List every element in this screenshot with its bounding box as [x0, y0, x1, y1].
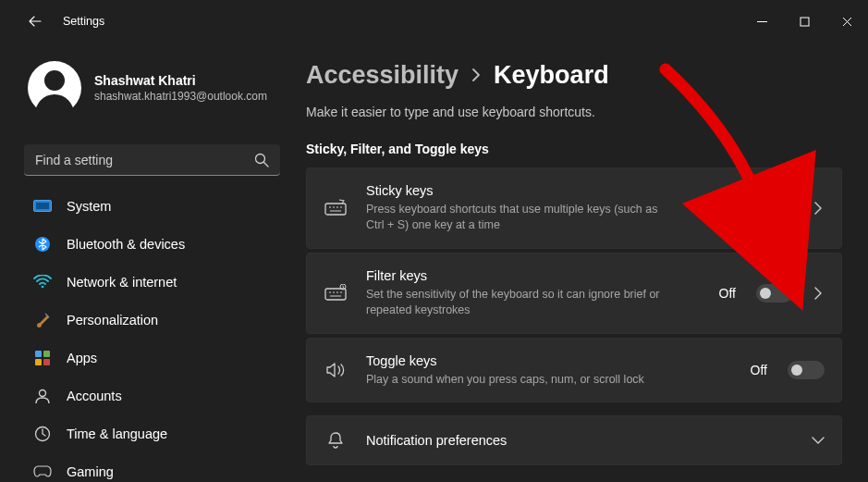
card-desc: Play a sound when you press caps, num, o…: [366, 372, 662, 388]
system-icon: [33, 197, 52, 216]
svg-rect-13: [325, 289, 346, 300]
nav-system[interactable]: System: [24, 189, 280, 223]
card-title: Filter keys: [366, 268, 701, 283]
expand-chevron[interactable]: [812, 202, 825, 215]
toggle-state: On: [718, 201, 736, 216]
svg-rect-7: [43, 351, 50, 357]
svg-rect-12: [325, 204, 346, 215]
main-content: Accessibility Keyboard Make it easier to…: [293, 43, 868, 482]
bell-icon: [324, 431, 348, 450]
back-arrow-icon: [28, 14, 43, 29]
nav-label: Gaming: [67, 464, 114, 479]
bluetooth-icon: [33, 235, 52, 253]
svg-point-5: [42, 286, 44, 289]
nav-label: Accounts: [67, 389, 122, 403]
minimize-icon: [757, 17, 767, 27]
svg-rect-9: [43, 359, 50, 365]
expand-chevron[interactable]: [812, 437, 825, 444]
titlebar: Settings: [11, 0, 868, 43]
nav-time-language[interactable]: Time & language: [24, 416, 280, 451]
nav-personalization[interactable]: Personalization: [24, 303, 280, 337]
nav-network[interactable]: Network & internet: [24, 265, 280, 299]
toggle-state: Off: [719, 286, 736, 301]
maximize-button[interactable]: [783, 0, 825, 43]
wifi-icon: [33, 273, 52, 291]
accounts-icon: [33, 387, 52, 405]
svg-rect-3: [36, 203, 49, 209]
card-title: Sticky keys: [366, 183, 700, 198]
card-title: Toggle keys: [366, 353, 732, 368]
toggle-state: Off: [751, 363, 767, 377]
close-icon: [842, 17, 852, 27]
app-title: Settings: [63, 15, 104, 28]
chevron-right-icon: [814, 287, 822, 300]
chevron-right-icon: [471, 68, 481, 82]
minimize-button[interactable]: [740, 0, 783, 43]
page-subtitle: Make it easier to type and use keyboard …: [306, 105, 842, 119]
nav-gaming[interactable]: Gaming: [24, 454, 280, 482]
nav-label: Personalization: [67, 313, 158, 328]
avatar: [28, 61, 81, 115]
gaming-icon: [33, 463, 52, 481]
nav-label: Bluetooth & devices: [67, 237, 185, 252]
svg-rect-8: [35, 359, 42, 365]
nav-accounts[interactable]: Accounts: [24, 378, 280, 413]
nav-label: System: [67, 199, 111, 214]
back-button[interactable]: [24, 10, 46, 32]
breadcrumb: Accessibility Keyboard: [306, 61, 842, 90]
card-desc: Press keyboard shortcuts that use multip…: [366, 202, 662, 233]
search-icon: [254, 153, 269, 167]
search: [24, 144, 280, 176]
apps-icon: [33, 349, 52, 367]
card-desc: Set the sensitivity of the keyboard so i…: [366, 287, 662, 318]
profile-email: shashwat.khatri1993@outlook.com: [94, 90, 267, 103]
search-input[interactable]: [24, 144, 280, 176]
nav-label: Network & internet: [67, 275, 177, 290]
card-title: Notification preferences: [366, 433, 793, 448]
chevron-down-icon: [812, 437, 825, 444]
clock-globe-icon: [33, 425, 52, 443]
nav-label: Time & language: [67, 426, 167, 441]
nav-label: Apps: [67, 351, 97, 365]
speaker-icon: [324, 362, 348, 378]
expand-chevron[interactable]: [812, 287, 825, 300]
paintbrush-icon: [33, 311, 52, 329]
nav: System Bluetooth & devices Network & int…: [24, 189, 280, 482]
section-header: Sticky, Filter, and Toggle keys: [306, 142, 842, 156]
sidebar: Shashwat Khatri shashwat.khatri1993@outl…: [11, 43, 293, 482]
maximize-icon: [800, 17, 810, 27]
close-button[interactable]: [825, 0, 868, 43]
profile-block[interactable]: Shashwat Khatri shashwat.khatri1993@outl…: [24, 43, 280, 130]
sticky-keys-icon: [324, 199, 348, 217]
breadcrumb-parent[interactable]: Accessibility: [306, 61, 458, 90]
nav-apps[interactable]: Apps: [24, 340, 280, 375]
filter-keys-icon: [324, 284, 348, 303]
card-notification-preferences[interactable]: Notification preferences: [306, 415, 842, 465]
card-filter-keys[interactable]: Filter keys Set the sensitivity of the k…: [306, 253, 842, 334]
nav-bluetooth[interactable]: Bluetooth & devices: [24, 227, 280, 261]
card-sticky-keys[interactable]: Sticky keys Press keyboard shortcuts tha…: [306, 167, 842, 249]
chevron-right-icon: [814, 202, 822, 215]
breadcrumb-current: Keyboard: [494, 61, 609, 90]
svg-rect-0: [801, 18, 809, 26]
filter-keys-toggle[interactable]: [756, 284, 793, 303]
sticky-keys-toggle[interactable]: [756, 199, 793, 217]
card-toggle-keys[interactable]: Toggle keys Play a sound when you press …: [306, 338, 842, 403]
svg-rect-6: [35, 351, 42, 357]
profile-name: Shashwat Khatri: [94, 73, 267, 88]
toggle-keys-toggle[interactable]: [788, 361, 825, 379]
svg-point-10: [40, 389, 46, 396]
